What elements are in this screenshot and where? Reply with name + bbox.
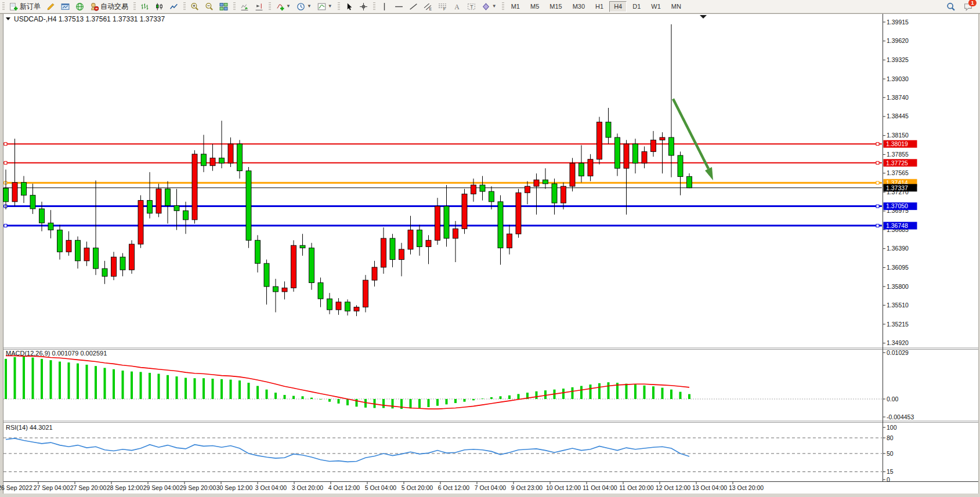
chat-badge: 1 [968, 0, 977, 6]
candlestick-chart-button[interactable] [153, 0, 166, 13]
metaeditor-button[interactable] [44, 0, 57, 13]
line-chart-button[interactable] [167, 0, 180, 13]
trendline-button[interactable] [407, 0, 420, 13]
horizontal-line-icon [395, 2, 403, 11]
svg-text:MACD(12,26,9) 0.001079 0.00259: MACD(12,26,9) 0.001079 0.002591 [6, 350, 107, 357]
svg-text:0.00: 0.00 [887, 396, 899, 402]
bar-chart-button[interactable] [138, 0, 151, 13]
chart-title: USDCAD-,H4 1.37513 1.37561 1.37331 1.373… [6, 15, 165, 23]
toolbar-grip[interactable] [502, 2, 504, 10]
timeframe-MN-button[interactable]: MN [667, 1, 686, 12]
templates-button[interactable]: ▼ [315, 0, 335, 13]
timeframe-M1-button[interactable]: M1 [507, 1, 525, 12]
svg-text:1.38150: 1.38150 [887, 132, 909, 139]
zoom-out-icon [205, 2, 214, 11]
svg-text:USDCAD-,H4 1.37513 1.37561 1.: USDCAD-,H4 1.37513 1.37561 1.37331 1.373… [14, 15, 165, 23]
chevron-down-icon: ▼ [328, 4, 332, 9]
svg-text:1.37725: 1.37725 [886, 159, 908, 166]
chat-button[interactable]: 1 [961, 0, 975, 13]
toolbar-grip[interactable] [133, 2, 136, 10]
svg-text:A: A [454, 3, 460, 11]
svg-text:15: 15 [887, 468, 894, 475]
autotrading-button[interactable]: 自动交易 [88, 0, 131, 13]
new-order-button[interactable]: 新订单 [7, 0, 43, 13]
periods-icon [296, 2, 305, 11]
indicators-button[interactable]: ▼ [273, 0, 293, 13]
arrows-button[interactable]: ▼ [479, 0, 499, 13]
toolbar: 新订单自动交易▼▼▼EFAT▼M1M5M15M30H1H4D1W1MN 1 [0, 0, 980, 13]
toolbar-grip[interactable] [183, 2, 186, 10]
tile-windows-icon [219, 2, 228, 11]
zoom-out-button[interactable] [202, 0, 216, 13]
svg-text:4 Oct 12:00: 4 Oct 12:00 [328, 484, 360, 491]
toolbar-grip[interactable] [269, 2, 271, 10]
terminal-icon [61, 2, 70, 11]
svg-text:1.39325: 1.39325 [887, 56, 909, 63]
fibonacci-button[interactable]: F [436, 0, 449, 13]
svg-text:E: E [429, 7, 431, 11]
auto-scroll-button[interactable] [238, 0, 251, 13]
toolbar-grip[interactable] [233, 2, 236, 10]
timeframe-M15-button[interactable]: M15 [545, 1, 566, 12]
crosshair-icon [359, 2, 368, 11]
svg-text:1.35215: 1.35215 [887, 321, 909, 328]
svg-text:1.38445: 1.38445 [887, 113, 909, 119]
tile-windows-button[interactable] [217, 0, 230, 13]
periods-button[interactable]: ▼ [294, 0, 314, 13]
svg-text:0: 0 [887, 476, 890, 483]
svg-text:27 Sep 04:00: 27 Sep 04:00 [34, 484, 70, 491]
timeframe-D1-button[interactable]: D1 [628, 1, 645, 12]
toolbar-right: 1 [943, 0, 975, 13]
svg-text:1.35800: 1.35800 [887, 283, 909, 290]
autotrading-icon [90, 2, 99, 11]
svg-text:26 Sep 2022: 26 Sep 2022 [0, 484, 32, 491]
toolbar-grip[interactable] [2, 2, 5, 10]
timeframe-H1-button[interactable]: H1 [591, 1, 608, 12]
terminal-button[interactable] [59, 0, 72, 13]
vertical-line-icon [380, 2, 389, 11]
svg-text:1.36390: 1.36390 [887, 245, 909, 252]
market-watch-button[interactable] [73, 0, 86, 13]
new-order-icon [9, 2, 18, 11]
search-icon [946, 2, 955, 11]
svg-text:5 Oct 04:00: 5 Oct 04:00 [365, 484, 396, 491]
svg-text:29 Sep 04:00: 29 Sep 04:00 [143, 484, 180, 491]
svg-text:1.38019: 1.38019 [886, 140, 908, 147]
mt4-window: { "toolbar": { "groups": [ {"items": [ {… [0, 0, 980, 497]
chart-shift-button[interactable] [252, 0, 266, 13]
equidistant-channel-button[interactable]: E [421, 0, 435, 13]
vertical-line-button[interactable] [378, 0, 391, 13]
chart-shift-icon [255, 2, 263, 11]
toolbar-grip[interactable] [338, 2, 340, 10]
toolbar-grip[interactable] [373, 2, 375, 10]
chevron-down-icon: ▼ [492, 4, 497, 9]
text-button[interactable]: A [450, 0, 464, 13]
svg-text:10 Oct 12:00: 10 Oct 12:00 [546, 484, 581, 491]
timeframe-W1-button[interactable]: W1 [646, 1, 666, 12]
svg-text:80: 80 [887, 434, 894, 441]
text-label-button[interactable]: T [465, 0, 478, 13]
svg-text:0.01029: 0.01029 [887, 349, 909, 356]
timeframe-M5-button[interactable]: M5 [526, 1, 544, 12]
toolbar-button-label: 自动交易 [100, 2, 128, 12]
zoom-in-button[interactable] [188, 0, 201, 13]
svg-text:T: T [470, 3, 473, 9]
crosshair-button[interactable] [357, 0, 370, 13]
chevron-down-icon: ▼ [307, 4, 312, 9]
svg-text:1.37565: 1.37565 [887, 169, 909, 176]
main-chart[interactable]: USDCAD-,H4 1.37513 1.37561 1.37331 1.373… [0, 13, 980, 497]
line-chart-icon [169, 2, 178, 11]
svg-text:100: 100 [887, 424, 897, 431]
svg-text:29 Sep 20:00: 29 Sep 20:00 [180, 484, 216, 491]
metaeditor-icon [46, 2, 55, 11]
cursor-button[interactable] [342, 0, 356, 13]
svg-text:13 Oct 04:00: 13 Oct 04:00 [692, 484, 727, 491]
timeframe-H4-button[interactable]: H4 [609, 1, 627, 12]
text-icon: A [453, 2, 461, 11]
search-button[interactable] [944, 0, 957, 13]
timeframe-M30-button[interactable]: M30 [568, 1, 590, 12]
horizontal-line-button[interactable] [392, 0, 406, 13]
svg-text:1.37855: 1.37855 [887, 151, 909, 158]
svg-text:1.37337: 1.37337 [886, 184, 908, 191]
svg-text:9 Oct 23:00: 9 Oct 23:00 [511, 484, 543, 491]
